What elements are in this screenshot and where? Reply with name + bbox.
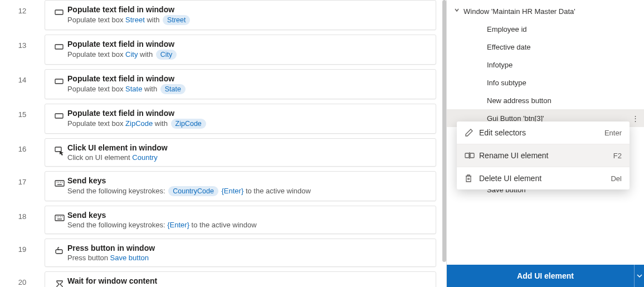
more-icon[interactable]: ⋮ — [630, 114, 641, 123]
tree-node-label: Infotype — [487, 61, 513, 69]
ui-element-link[interactable]: City — [125, 50, 138, 59]
variable-chip[interactable]: State — [160, 84, 186, 94]
action-title: Send keys — [67, 176, 429, 185]
action-card[interactable]: Press button in windowPress button Save … — [45, 239, 436, 267]
step-number: 13 — [0, 35, 45, 50]
action-card[interactable]: Send keysSend the following keystrokes: … — [45, 171, 436, 201]
action-description: Send the following keystrokes: {Enter} t… — [67, 221, 429, 229]
steps-list: 12Populate text field in windowPopulate … — [0, 0, 446, 287]
svg-rect-18 — [465, 153, 469, 158]
action-card[interactable]: Populate text field in windowPopulate te… — [45, 35, 436, 65]
svg-rect-4 — [55, 147, 61, 152]
tree-element-node[interactable]: Infotype — [447, 56, 644, 74]
action-description: Populate text box ZipCode with ZipCode — [67, 119, 429, 129]
step-number: 19 — [0, 239, 45, 254]
context-menu-item[interactable]: Delete UI elementDel — [457, 167, 630, 189]
tree-element-node[interactable]: Effective date — [447, 38, 644, 56]
trash-icon — [465, 174, 479, 183]
add-ui-element-split[interactable] — [634, 265, 644, 287]
context-menu: Edit selectorsEnterRename UI elementF2De… — [457, 121, 630, 189]
action-title: Populate text field in window — [67, 109, 429, 118]
wait-icon — [52, 276, 67, 287]
ui-element-link[interactable]: Street — [125, 16, 145, 24]
add-ui-element-label: Add UI element — [517, 271, 574, 280]
tree-node-label: Info subtype — [487, 79, 526, 87]
ui-element-link[interactable]: Save button — [110, 254, 149, 262]
step-number: 16 — [0, 138, 45, 153]
click-icon — [52, 143, 67, 155]
action-card[interactable]: Send keysSend the following keystrokes: … — [45, 206, 436, 234]
textfield-icon — [52, 40, 67, 51]
action-title: Press button in window — [67, 244, 429, 252]
keyboard-icon — [52, 211, 67, 222]
tree-window-node[interactable]: Window 'Maintain HR Master Data' — [447, 2, 644, 20]
textfield-icon — [52, 109, 67, 120]
variable-chip[interactable]: ZipCode — [171, 119, 206, 129]
action-title: Populate text field in window — [67, 40, 429, 48]
step-number: 17 — [0, 171, 45, 186]
ui-element-link[interactable]: State — [125, 85, 142, 93]
left-scrollbar[interactable] — [442, 0, 446, 287]
action-card[interactable]: Wait for window contentWait for UI eleme… — [45, 271, 436, 287]
variable-chip[interactable]: CountryCode — [168, 186, 218, 196]
action-description: Press button Save button — [67, 254, 429, 262]
menu-item-shortcut: Enter — [604, 129, 622, 137]
svg-rect-19 — [470, 153, 474, 158]
menu-item-label: Edit selectors — [479, 128, 604, 137]
add-ui-element-button[interactable]: Add UI element — [447, 265, 644, 287]
action-title: Populate text field in window — [67, 74, 429, 83]
keystroke-token: {Enter} — [167, 221, 189, 229]
action-card[interactable]: Populate text field in windowPopulate te… — [45, 0, 436, 30]
variable-chip[interactable]: City — [156, 50, 177, 60]
step-number: 20 — [0, 271, 45, 286]
ui-element-link[interactable]: ZipCode — [125, 119, 153, 128]
tree-node-label: Employee id — [487, 25, 527, 33]
action-description: Populate text box City with City — [67, 50, 429, 60]
action-card[interactable]: Populate text field in windowPopulate te… — [45, 104, 436, 134]
step-number: 18 — [0, 206, 45, 221]
action-title: Send keys — [67, 211, 429, 220]
tree-element-node[interactable]: Employee id — [447, 20, 644, 38]
svg-rect-2 — [55, 79, 63, 84]
chevron-down-icon — [637, 273, 642, 279]
menu-item-label: Rename UI element — [479, 151, 613, 160]
action-description: Send the following keystrokes: CountryCo… — [67, 186, 429, 196]
svg-rect-5 — [55, 181, 64, 186]
tree-element-node[interactable]: New address button — [447, 91, 644, 109]
action-title: Click UI element in window — [67, 143, 429, 152]
press-icon — [52, 244, 67, 255]
action-description: Populate text box State with State — [67, 84, 429, 94]
action-title: Wait for window content — [67, 276, 429, 285]
actions-pane: 12Populate text field in windowPopulate … — [0, 0, 446, 287]
svg-rect-17 — [56, 250, 62, 254]
step-number: 12 — [0, 0, 45, 15]
menu-item-shortcut: F2 — [613, 152, 622, 160]
svg-rect-11 — [55, 215, 64, 221]
ui-elements-pane: Window 'Maintain HR Master Data'Employee… — [446, 0, 644, 287]
tree-node-label: Window 'Maintain HR Master Data' — [464, 7, 575, 16]
ui-element-link[interactable]: Country — [132, 153, 158, 162]
svg-rect-3 — [55, 114, 63, 118]
tree-node-label: Effective date — [487, 43, 531, 51]
chevron-down-icon[interactable] — [453, 7, 460, 13]
action-card[interactable]: Populate text field in windowPopulate te… — [45, 69, 436, 99]
menu-item-label: Delete UI element — [479, 174, 611, 183]
action-card[interactable]: Click UI element in windowClick on UI el… — [45, 138, 436, 167]
tree-element-node[interactable]: Info subtype — [447, 74, 644, 91]
context-menu-item[interactable]: Rename UI elementF2 — [457, 144, 630, 167]
action-description: Click on UI element Country — [67, 153, 429, 162]
svg-rect-0 — [55, 10, 63, 14]
keyboard-icon — [52, 176, 67, 187]
context-menu-item[interactable]: Edit selectorsEnter — [457, 121, 630, 144]
svg-rect-1 — [55, 45, 63, 49]
keystroke-token: {Enter} — [222, 187, 244, 195]
tree-node-label: New address button — [487, 96, 552, 105]
action-description: Populate text box Street with Street — [67, 15, 429, 25]
variable-chip[interactable]: Street — [163, 15, 190, 25]
textfield-icon — [52, 5, 67, 16]
textfield-icon — [52, 74, 67, 85]
menu-item-shortcut: Del — [611, 174, 622, 183]
action-title: Populate text field in window — [67, 5, 429, 14]
step-number: 14 — [0, 69, 45, 84]
pencil-icon — [465, 128, 479, 137]
